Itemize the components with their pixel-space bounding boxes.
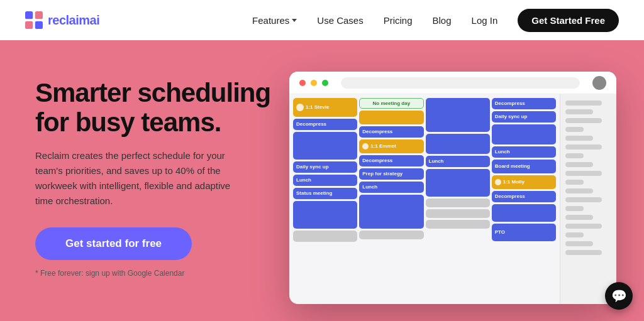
calendar-topbar [289, 72, 616, 94]
sidebar-line-9 [565, 171, 602, 176]
event-blue-mid-1 [426, 134, 490, 154]
sidebar-line-2 [565, 109, 593, 114]
event-lunch-2: Lunch [359, 182, 423, 193]
event-status-meeting: Status meeting [293, 188, 357, 199]
svg-rect-1 [35, 11, 43, 19]
nav-cta-button[interactable]: Get Started Free [518, 9, 619, 32]
event-gray-2 [359, 231, 423, 239]
sidebar-line-6 [565, 144, 602, 150]
calendar-grid: 1:1 Stevie Decompress Daily sync up Lunc… [289, 94, 560, 304]
nav-pricing[interactable]: Pricing [384, 15, 413, 26]
logo-text: reclaimai [48, 13, 99, 28]
nav-features[interactable]: Features [252, 15, 297, 26]
event-board-meeting: Board meeting [492, 160, 556, 173]
cal-col-1: 1:1 Stevie Decompress Daily sync up Lunc… [293, 98, 357, 300]
calendar-mockup: 1:1 Stevie Decompress Daily sync up Lunc… [289, 72, 616, 304]
sidebar-line-13 [565, 206, 584, 211]
sidebar-line-17 [565, 241, 593, 246]
hero-section: Smarter scheduling for busy teams. Recla… [0, 40, 644, 321]
event-pto: PTO [492, 224, 556, 241]
nav-blog[interactable]: Blog [433, 15, 452, 26]
event-daily-sync-1: Daily sync up [293, 161, 357, 173]
chat-icon: 💬 [611, 288, 627, 303]
sidebar-line-18 [565, 250, 602, 255]
sidebar-line-1 [565, 101, 602, 106]
sidebar-line-5 [565, 136, 593, 141]
hero-cta-button[interactable]: Get started for free [35, 227, 192, 260]
hero-footnote: * Free forever: sign up with Google Cale… [35, 269, 287, 278]
event-blue-block-2 [293, 201, 357, 229]
event-decompress-5: Decompress [492, 191, 556, 202]
event-gray-4 [426, 209, 490, 218]
event-blue-mid-2 [492, 124, 556, 144]
sidebar-line-15 [565, 224, 602, 229]
event-daily-sync-2: Daily sync up [492, 111, 556, 122]
user-avatar [592, 76, 606, 90]
sidebar-line-12 [565, 197, 602, 202]
event-gray-1 [293, 231, 357, 242]
event-lunch-4: Lunch [492, 146, 556, 158]
svg-rect-0 [25, 11, 33, 19]
hero-heading: Smarter scheduling for busy teams. [35, 78, 287, 137]
event-gold-2 [359, 111, 423, 124]
sidebar-line-4 [565, 127, 584, 132]
event-blue-block-1 [293, 132, 357, 160]
window-maximize-dot [322, 80, 328, 86]
nav-login[interactable]: Log In [472, 15, 498, 26]
event-stevie: 1:1 Stevie [293, 98, 357, 117]
sidebar-line-8 [565, 162, 593, 167]
event-lunch-3: Lunch [426, 156, 490, 167]
address-bar [341, 77, 580, 89]
sidebar-line-11 [565, 188, 593, 193]
sidebar-line-3 [565, 118, 602, 123]
sidebar-line-14 [565, 215, 593, 220]
event-blue-block-5 [492, 204, 556, 222]
navbar: reclaimai Features Use Cases Pricing Blo… [0, 0, 644, 40]
window-minimize-dot [311, 80, 317, 86]
no-meeting-banner: No meeting day [359, 98, 423, 109]
event-decompress-2: Decompress [359, 126, 423, 138]
chat-bubble[interactable]: 💬 [605, 282, 633, 310]
cal-col-2: No meeting day Decompress 1:1 Emmet Deco… [359, 98, 423, 300]
svg-rect-3 [35, 21, 43, 29]
event-molly: 1:1 Molly [492, 175, 556, 189]
event-blue-block-3 [359, 195, 423, 229]
logo-icon [25, 11, 43, 29]
calendar-sidebar [560, 94, 616, 304]
nav-links: Features Use Cases Pricing Blog Log In G… [252, 9, 619, 32]
hero-left: Smarter scheduling for busy teams. Recla… [35, 65, 287, 278]
logo[interactable]: reclaimai [25, 11, 99, 29]
event-decompress-4: Decompress [492, 98, 556, 109]
cal-col-4: Decompress Daily sync up Lunch Board mee… [492, 98, 556, 300]
nav-use-cases[interactable]: Use Cases [317, 15, 363, 26]
cal-col-3: Lunch [426, 98, 490, 300]
event-decompress-3: Decompress [359, 155, 423, 166]
event-decompress-1: Decompress [293, 119, 357, 130]
sidebar-line-7 [565, 153, 584, 158]
hero-right: 1:1 Stevie Decompress Daily sync up Lunc… [287, 65, 619, 304]
event-emmet: 1:1 Emmet [359, 139, 423, 153]
event-blue-tall-1 [426, 98, 490, 132]
hero-subtext: Reclaim creates the perfect schedule for… [35, 148, 249, 209]
window-close-dot [299, 80, 306, 86]
sidebar-line-10 [565, 180, 584, 185]
chevron-down-icon [292, 19, 297, 22]
sidebar-line-16 [565, 232, 584, 237]
event-gray-5 [426, 220, 490, 229]
event-gray-3 [426, 199, 490, 207]
event-blue-block-4 [426, 169, 490, 197]
event-lunch-1: Lunch [293, 175, 357, 186]
calendar-body: 1:1 Stevie Decompress Daily sync up Lunc… [289, 94, 616, 304]
svg-rect-2 [25, 21, 33, 29]
event-prep-strategy: Prep for strategy [359, 168, 423, 180]
